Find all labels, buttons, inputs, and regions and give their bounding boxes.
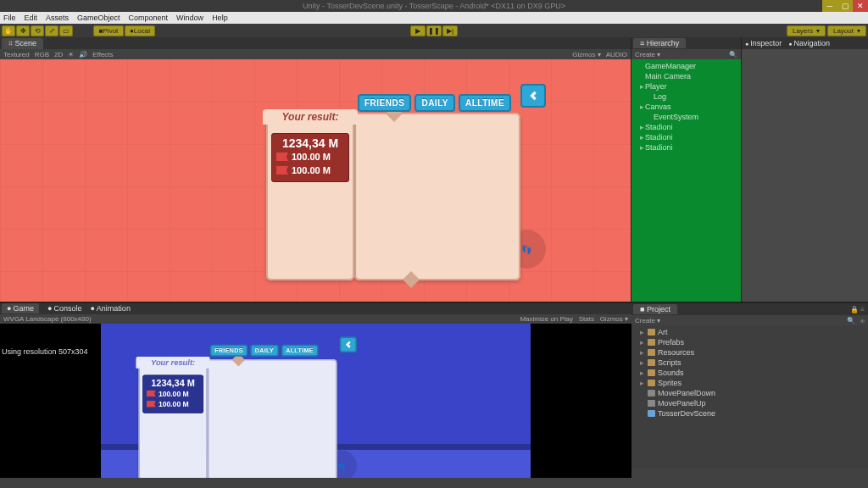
hierarchy-item[interactable]: ▸Stadioni [632, 132, 741, 142]
project-list[interactable]: ▸Art ▸Prefabs ▸Resources ▸Scripts ▸Sound… [632, 325, 868, 468]
daily-tab[interactable]: DAILY [250, 345, 278, 357]
game-view[interactable]: Using resolution 507x304 👣 Your result: … [0, 324, 632, 478]
project-tab[interactable]: ■ Project [633, 304, 677, 314]
hand-tool-button[interactable]: ✋ [2, 25, 15, 36]
alltime-tab[interactable]: ALLTIME [281, 345, 319, 357]
create-dropdown[interactable]: Create ▾ [635, 51, 660, 58]
inspector-tab[interactable]: Inspector [745, 39, 782, 47]
scene-view[interactable]: 👣 Your result: 1234,34 M 100.00 M 100.00… [0, 59, 631, 302]
scene-pane: ⌗ Scene Textured RGB 2D ☀ 🔊 Effects Gizm… [0, 37, 632, 302]
chevron-down-icon: ▾ [816, 27, 820, 35]
project-pane: ■ Project 🔒 ≡ Create ▾ 🔍 ⍟ ▸Art ▸Prefabs… [632, 303, 868, 478]
search-icon[interactable]: 🔍 [847, 317, 855, 324]
transform-tools: ✋ ✥ ⟲ ⤢ ▭ [0, 25, 75, 36]
daily-tab[interactable]: DAILY [415, 94, 455, 112]
hierarchy-tab[interactable]: ≡ Hierarchy [633, 38, 686, 48]
console-tab[interactable]: ● Console [47, 304, 81, 313]
project-item[interactable]: MovePanelUp [632, 398, 868, 408]
close-popup-button[interactable] [520, 84, 546, 108]
project-item[interactable]: ▸Art [632, 327, 868, 337]
game-tab-row: ● Game ● Console ● Animation [0, 303, 632, 314]
project-item[interactable]: ▸Resources [632, 347, 868, 358]
hierarchy-item[interactable]: EventSystem [632, 112, 741, 122]
search-icon[interactable]: 🔍 [729, 51, 737, 58]
filter-icon[interactable]: ⍟ [860, 317, 865, 324]
folder-icon [648, 329, 655, 336]
navigation-tab[interactable]: Navigation [788, 39, 830, 47]
animation-tab[interactable]: ● Animation [90, 304, 130, 313]
maximize-toggle[interactable]: Maximize on Play [520, 315, 573, 323]
scene-tab[interactable]: ⌗ Scene [2, 38, 43, 49]
hierarchy-tab-row: ≡ Hierarchy [632, 37, 741, 49]
hierarchy-item[interactable]: GameManager [632, 61, 741, 71]
effects-dropdown[interactable]: Effects [92, 51, 113, 58]
game-control-bar: WVGA Landscape (800x480) Maximize on Pla… [0, 314, 632, 324]
leaderboard-list-panel[interactable] [354, 113, 520, 280]
leaderboard-list-panel[interactable] [208, 359, 337, 478]
pivot-toggle[interactable]: ■ Pivot [93, 25, 124, 36]
layout-dropdown[interactable]: Layout ▾ [827, 25, 866, 36]
result-box: 1234,34 M 100.00 M 100.00 M [271, 133, 349, 182]
stats-toggle[interactable]: Stats [579, 315, 594, 323]
file-icon [648, 400, 655, 407]
inspector-body[interactable] [742, 49, 868, 302]
hierarchy-item[interactable]: ▸Canvas [632, 102, 741, 112]
layers-dropdown[interactable]: Layers ▾ [787, 25, 826, 36]
project-item[interactable]: ▸Sounds [632, 368, 868, 378]
friends-tab[interactable]: FRIENDS [210, 345, 248, 357]
hierarchy-list[interactable]: GameManager Main Camera ▸Player Log ▸Can… [632, 59, 741, 302]
gizmos-dropdown[interactable]: Gizmos ▾ [572, 51, 600, 58]
aspect-dropdown[interactable]: WVGA Landscape (800x480) [3, 315, 92, 323]
game-tab[interactable]: ● Game [2, 303, 39, 313]
light-icon[interactable]: ☀ [68, 51, 74, 58]
render-mode-dropdown[interactable]: Textured [3, 51, 30, 58]
rect-tool-button[interactable]: ▭ [59, 25, 73, 36]
rotate-tool-button[interactable]: ⟲ [31, 25, 44, 36]
scale-tool-button[interactable]: ⤢ [45, 25, 58, 36]
leaderboard-tabs: FRIENDS DAILY ALLTIME [358, 94, 511, 112]
pause-button[interactable]: ❚❚ [426, 25, 442, 36]
back-arrow-icon [342, 339, 354, 351]
project-item[interactable]: TosserDevScene [632, 408, 868, 419]
project-item[interactable]: ▸Prefabs [632, 337, 868, 347]
hierarchy-item[interactable]: Main Camera [632, 71, 741, 81]
close-window-button[interactable]: ✕ [853, 0, 868, 12]
render-channel-dropdown[interactable]: RGB [35, 51, 49, 58]
alltime-tab[interactable]: ALLTIME [459, 94, 511, 112]
flag-row-2: 100.00 M [145, 399, 201, 409]
project-options-icon[interactable]: 🔒 ≡ [850, 306, 868, 313]
menu-file[interactable]: File [3, 14, 16, 22]
audio-icon[interactable]: 🔊 [79, 51, 87, 58]
menu-help[interactable]: Help [212, 14, 228, 22]
main-toolbar: ✋ ✥ ⟲ ⤢ ▭ ■ Pivot ● Local ▶ ❚❚ ▶| Layers… [0, 24, 868, 37]
maximize-button[interactable]: ▢ [837, 0, 853, 12]
menu-assets[interactable]: Assets [46, 14, 69, 22]
move-tool-button[interactable]: ✥ [16, 25, 30, 36]
menu-component[interactable]: Component [129, 14, 169, 22]
2d-toggle[interactable]: 2D [54, 51, 63, 58]
close-popup-button[interactable] [340, 336, 357, 352]
inspector-tab-row: Inspector Navigation [742, 37, 868, 49]
hierarchy-item[interactable]: ▸Stadioni [632, 122, 741, 132]
menu-gameobject[interactable]: GameObject [77, 14, 120, 22]
project-item[interactable]: ▸Scripts [632, 358, 868, 368]
hierarchy-item[interactable]: ▸Player [632, 81, 741, 92]
game-gizmos-dropdown[interactable]: Gizmos ▾ [600, 315, 628, 323]
step-button[interactable]: ▶| [442, 25, 458, 36]
project-item[interactable]: ▸Sprites [632, 378, 868, 388]
local-toggle[interactable]: ● Local [125, 25, 155, 36]
create-dropdown[interactable]: Create ▾ [635, 317, 660, 324]
minimize-button[interactable]: ─ [822, 0, 837, 12]
menu-edit[interactable]: Edit [25, 14, 38, 22]
leaderboard-tabs: FRIENDS DAILY ALLTIME [210, 345, 319, 357]
bottom-row: ● Game ● Console ● Animation WVGA Landsc… [0, 302, 868, 478]
menu-window[interactable]: Window [176, 14, 203, 22]
flag-icon [276, 152, 288, 161]
hierarchy-item[interactable]: Log [632, 92, 741, 102]
main-row: ⌗ Scene Textured RGB 2D ☀ 🔊 Effects Gizm… [0, 37, 868, 302]
hierarchy-item[interactable]: ▸Stadioni [632, 142, 741, 152]
play-button[interactable]: ▶ [410, 25, 426, 36]
result-box: 1234,34 M 100.00 M 100.00 M [142, 375, 203, 413]
friends-tab[interactable]: FRIENDS [358, 94, 411, 112]
project-item[interactable]: MovePanelDown [632, 388, 868, 398]
